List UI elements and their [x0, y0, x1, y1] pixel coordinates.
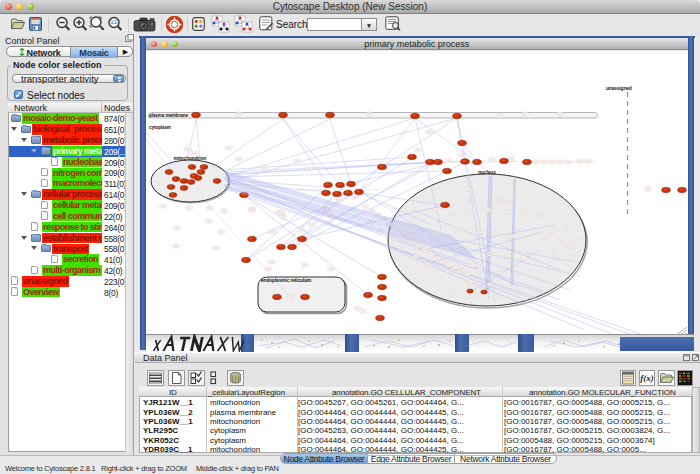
svg-text:plasma membrane: plasma membrane [149, 113, 188, 118]
svg-text:f(x): f(x) [640, 373, 654, 383]
svg-text:endoplasmic reticulum: endoplasmic reticulum [261, 278, 311, 283]
svg-text:unassigned: unassigned [606, 86, 632, 91]
svg-text:mitochondrion: mitochondrion [174, 156, 206, 161]
svg-text:cytoplasm: cytoplasm [149, 125, 171, 130]
svg-text:1:1: 1:1 [111, 20, 118, 25]
